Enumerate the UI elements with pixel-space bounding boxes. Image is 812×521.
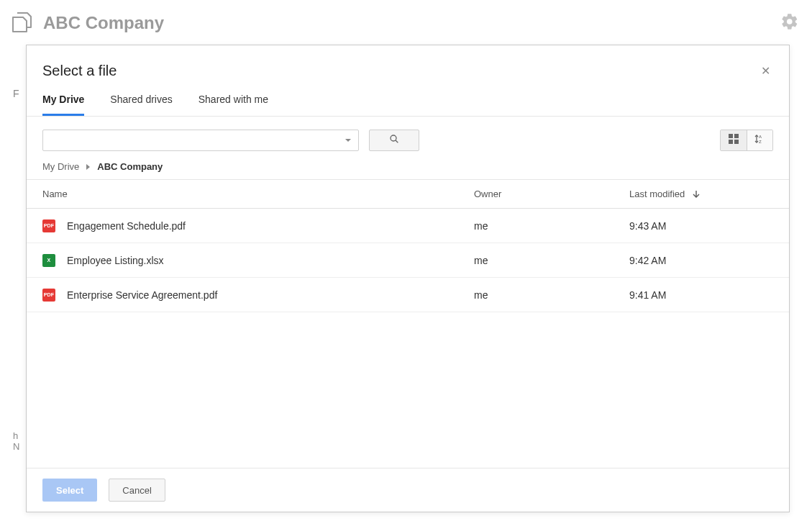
file-modified: 9:43 AM: [629, 220, 773, 232]
file-picker-dialog: Select a file ✕ My Drive Shared drives S…: [26, 45, 790, 512]
file-modified: 9:42 AM: [629, 255, 773, 266]
sort-az-button[interactable]: A Z: [747, 130, 772, 150]
file-name: Enterprise Service Agreement.pdf: [67, 289, 217, 301]
file-name: Employee Listing.xlsx: [67, 255, 164, 266]
svg-rect-5: [734, 140, 739, 144]
table-row[interactable]: X Employee Listing.xlsx me 9:42 AM: [27, 243, 789, 278]
file-list: Name Owner Last modified PDF Engagement …: [27, 179, 789, 468]
file-owner: me: [474, 255, 629, 266]
tab-shared-drives[interactable]: Shared drives: [110, 94, 172, 116]
col-modified-header[interactable]: Last modified: [629, 189, 773, 199]
grid-icon: [729, 134, 739, 147]
search-box[interactable]: [42, 130, 359, 151]
dialog-header: Select a file ✕: [27, 45, 789, 81]
svg-rect-3: [734, 134, 739, 138]
chevron-down-icon[interactable]: [345, 139, 351, 142]
view-toggle: A Z: [720, 130, 773, 151]
cancel-button[interactable]: Cancel: [109, 479, 165, 502]
arrow-down-icon: [692, 190, 701, 199]
picker-tabs: My Drive Shared drives Shared with me: [27, 81, 789, 117]
file-owner: me: [474, 289, 629, 301]
dialog-title: Select a file: [42, 63, 117, 79]
page-header: ABC Company: [0, 0, 812, 45]
col-modified-label: Last modified: [629, 189, 685, 199]
svg-rect-4: [729, 140, 733, 144]
search-icon: [388, 133, 400, 148]
svg-point-0: [391, 135, 396, 141]
search-button[interactable]: [369, 130, 419, 151]
pdf-icon: PDF: [42, 289, 55, 302]
breadcrumb-current[interactable]: ABC Company: [97, 161, 163, 172]
chevron-right-icon: [86, 164, 90, 170]
column-headers: Name Owner Last modified: [27, 180, 789, 209]
page-title: ABC Company: [43, 13, 164, 33]
tab-shared-with-me[interactable]: Shared with me: [199, 94, 268, 116]
file-modified: 9:41 AM: [629, 289, 773, 301]
tab-my-drive[interactable]: My Drive: [42, 94, 84, 116]
svg-rect-2: [729, 134, 733, 138]
grid-view-button[interactable]: [721, 130, 747, 150]
col-owner-header[interactable]: Owner: [474, 189, 629, 199]
breadcrumb-root[interactable]: My Drive: [42, 161, 79, 172]
file-name: Engagement Schedule.pdf: [67, 220, 186, 232]
pdf-icon: PDF: [42, 219, 55, 232]
svg-line-1: [396, 140, 398, 142]
svg-text:Z: Z: [759, 140, 762, 144]
close-icon[interactable]: ✕: [758, 61, 773, 81]
picker-toolbar: A Z: [27, 117, 789, 151]
select-button[interactable]: Select: [42, 479, 97, 502]
table-row[interactable]: PDF Enterprise Service Agreement.pdf me …: [27, 278, 789, 312]
sort-az-icon: A Z: [754, 134, 766, 147]
breadcrumb: My Drive ABC Company: [27, 151, 789, 179]
files-icon: [7, 9, 36, 37]
search-input[interactable]: [43, 130, 345, 150]
dialog-footer: Select Cancel: [27, 468, 789, 512]
table-row[interactable]: PDF Engagement Schedule.pdf me 9:43 AM: [27, 209, 789, 243]
col-name-header[interactable]: Name: [42, 189, 474, 199]
gear-icon[interactable]: [780, 12, 799, 34]
svg-text:A: A: [759, 135, 762, 139]
file-owner: me: [474, 220, 629, 232]
xlsx-icon: X: [42, 254, 55, 267]
